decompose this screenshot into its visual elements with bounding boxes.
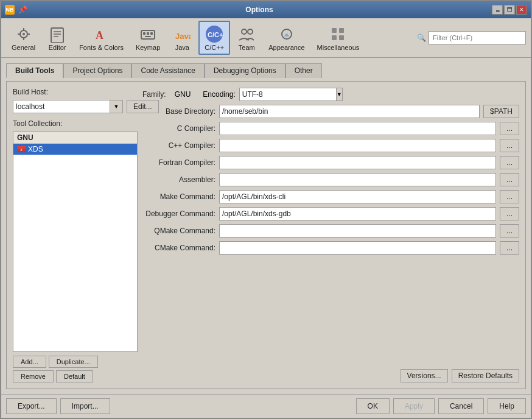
fortran-compiler-input[interactable] [219, 156, 496, 169]
pin-icon[interactable]: 📌 [18, 5, 27, 14]
toolbar-appearance[interactable]: Appearance [263, 21, 310, 54]
c-compiler-input[interactable] [219, 122, 496, 135]
versions-area: Versions... Restore Defaults [142, 369, 519, 382]
tab-build-tools[interactable]: Build Tools [6, 63, 63, 78]
remove-button[interactable]: Remove [13, 370, 54, 382]
fortran-compiler-browse-btn[interactable]: ... [500, 156, 519, 169]
base-dir-path-btn[interactable]: $PATH [483, 105, 519, 118]
tab-other[interactable]: Other [285, 63, 322, 78]
tool-collection-label: Tool Collection: [13, 119, 138, 128]
java-label: Java [175, 44, 189, 51]
main-content: Build Tools Project Options Code Assista… [1, 58, 531, 394]
cancel-button[interactable]: Cancel [438, 398, 484, 414]
miscellaneous-label: Miscellaneous [317, 44, 360, 51]
family-encoding-row: Family: GNU Encoding: ▼ [142, 88, 519, 101]
import-button[interactable]: Import... [60, 398, 110, 414]
title-bar-left: NB 📌 [5, 5, 27, 15]
debugger-command-input[interactable] [219, 207, 496, 220]
cpp-compiler-browse-btn[interactable]: ... [500, 139, 519, 152]
make-command-label: Make Command: [142, 192, 215, 201]
assembler-row: Assembler: ... [142, 173, 519, 186]
close-button[interactable]: ✕ [516, 5, 527, 15]
c-compiler-browse-btn[interactable]: ... [500, 122, 519, 135]
base-dir-row: Base Directory: $PATH [142, 105, 519, 118]
toolbar-general[interactable]: General [6, 21, 41, 54]
versions-button[interactable]: Versions... [401, 369, 448, 382]
cpp-compiler-input[interactable] [219, 139, 496, 152]
filter-input[interactable] [429, 31, 526, 44]
keymap-icon [138, 24, 158, 44]
assembler-label: Assembler: [142, 175, 215, 184]
qmake-command-browse-btn[interactable]: ... [500, 224, 519, 238]
encoding-label: Encoding: [203, 90, 235, 99]
apply-button[interactable]: Apply [393, 398, 435, 414]
build-host-label: Build Host: [13, 88, 48, 96]
host-select-container: ▼ [13, 100, 123, 113]
maximize-button[interactable]: 🗖 [504, 5, 515, 15]
xds-list-item[interactable]: x XDS [13, 144, 137, 155]
cmake-command-browse-btn[interactable]: ... [500, 241, 519, 255]
svg-rect-6 [51, 28, 63, 43]
general-icon [14, 24, 33, 44]
encoding-select-wrapper: ▼ [239, 88, 337, 101]
cpp-icon: C/C++ [205, 24, 224, 44]
minimize-button[interactable]: 🗕 [492, 5, 503, 15]
add-button[interactable]: Add... [13, 356, 46, 368]
restore-defaults-button[interactable]: Restore Defaults [452, 369, 519, 382]
bottom-right: OK Apply Cancel Help [356, 398, 526, 414]
toolbar-cpp[interactable]: C/C++ C/C++ [198, 21, 230, 55]
encoding-input[interactable] [239, 88, 336, 101]
gnu-group-header: GNU [13, 132, 137, 144]
tab-project-options[interactable]: Project Options [63, 63, 131, 78]
toolbar-miscellaneous[interactable]: Miscellaneous [312, 21, 365, 54]
ok-button[interactable]: OK [356, 398, 390, 414]
tool-collection-list: GNU x XDS [13, 132, 138, 352]
toolbar-java[interactable]: Java Java [167, 21, 197, 54]
toolbar-team[interactable]: Team [231, 21, 262, 54]
assembler-browse-btn[interactable]: ... [500, 173, 519, 186]
base-dir-label: Base Directory: [142, 107, 215, 116]
bottom-left: Export... Import... [6, 398, 110, 414]
help-button[interactable]: Help [488, 398, 526, 414]
make-command-browse-btn[interactable]: ... [500, 190, 519, 203]
toolbar-search: 🔍 [417, 31, 526, 44]
svg-rect-24 [332, 35, 337, 40]
build-host-input[interactable] [13, 100, 110, 113]
cpp-compiler-row: C++ Compiler: ... [142, 139, 519, 152]
tab-code-assistance[interactable]: Code Assistance [131, 63, 204, 78]
general-label: General [12, 44, 35, 51]
appearance-icon [277, 24, 296, 44]
base-dir-input[interactable] [219, 105, 480, 118]
svg-rect-12 [143, 32, 145, 35]
cpp-compiler-label: C++ Compiler: [142, 141, 215, 150]
tab-debugging-options[interactable]: Debugging Options [205, 63, 285, 78]
host-input-row: ▼ Edit... [13, 100, 138, 113]
encoding-dropdown-btn[interactable]: ▼ [336, 88, 343, 101]
fonts-colors-icon: A [92, 24, 111, 44]
sidebar-actions: Add... Duplicate... Remove Default [13, 356, 138, 382]
family-value: GNU [175, 90, 191, 99]
toolbar-editor[interactable]: Editor [42, 21, 72, 54]
svg-point-19 [242, 29, 247, 34]
duplicate-button[interactable]: Duplicate... [49, 356, 98, 368]
qmake-command-input[interactable] [219, 224, 496, 238]
window-title: Options [27, 5, 492, 14]
debugger-command-browse-btn[interactable]: ... [500, 207, 519, 220]
assembler-input[interactable] [219, 173, 496, 186]
cmake-command-input[interactable] [219, 241, 496, 255]
team-label: Team [239, 44, 255, 51]
c-compiler-label: C Compiler: [142, 124, 215, 133]
toolbar-keymap[interactable]: Keymap [130, 21, 166, 54]
panel-main: Family: GNU Encoding: ▼ Base Directory: [142, 88, 519, 382]
search-icon: 🔍 [417, 33, 426, 42]
svg-text:C/C++: C/C++ [208, 31, 224, 38]
host-dropdown-btn[interactable]: ▼ [110, 100, 123, 113]
export-button[interactable]: Export... [6, 398, 57, 414]
fonts-colors-label: Fonts & Colors [79, 44, 124, 51]
make-command-input[interactable] [219, 190, 496, 203]
svg-rect-22 [332, 28, 337, 33]
svg-rect-13 [147, 32, 149, 35]
toolbar-fonts-colors[interactable]: A Fonts & Colors [74, 21, 129, 54]
default-button[interactable]: Default [56, 370, 93, 382]
editor-icon [47, 24, 67, 44]
